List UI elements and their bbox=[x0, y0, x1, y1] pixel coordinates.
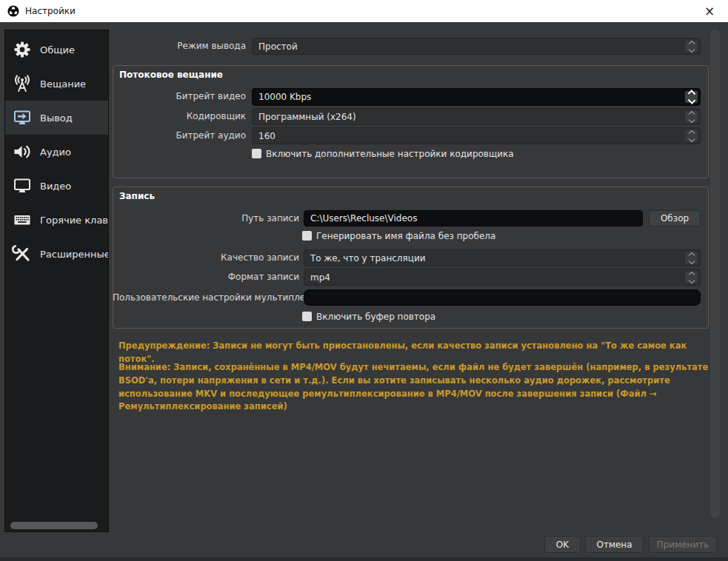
muxer-settings-label: Пользовательские настройки мультиплексор… bbox=[113, 289, 299, 306]
filename-no-space-checkbox-label: Генерировать имя файла без пробела bbox=[316, 231, 495, 241]
recording-format-label: Формат записи bbox=[113, 269, 299, 286]
ok-button[interactable]: OK bbox=[544, 536, 581, 553]
audio-icon bbox=[11, 141, 33, 162]
recording-path-input[interactable]: C:\Users\Recluse\Videos bbox=[304, 210, 643, 226]
spinner-buttons[interactable] bbox=[685, 272, 698, 283]
sidebar-item-label: Вещание bbox=[40, 78, 86, 90]
output-mode-label: Режим вывода bbox=[113, 38, 246, 55]
video-icon bbox=[11, 175, 33, 196]
keyboard-icon bbox=[11, 209, 33, 230]
encoder-value: Программный (x264) bbox=[258, 112, 356, 122]
recording-quality-label: Качество записи bbox=[113, 249, 299, 266]
sidebar-item-stream[interactable]: Вещание bbox=[5, 67, 108, 101]
audio-bitrate-label: Битрейт аудио bbox=[113, 127, 246, 144]
encoder-select[interactable]: Программный (x264) bbox=[252, 108, 701, 125]
sidebar-item-label: Видео bbox=[40, 181, 71, 192]
output-icon bbox=[11, 107, 33, 128]
gear-icon bbox=[11, 39, 33, 60]
output-mode-select[interactable]: Простой bbox=[252, 38, 701, 55]
spinner-buttons[interactable] bbox=[685, 252, 698, 263]
apply-button[interactable]: Применить bbox=[649, 536, 717, 553]
recording-group-title: Запись bbox=[119, 191, 155, 201]
audio-bitrate-value: 160 bbox=[258, 131, 275, 141]
close-icon[interactable]: × bbox=[698, 1, 721, 21]
advanced-encoder-checkbox[interactable] bbox=[252, 149, 261, 158]
video-bitrate-label: Битрейт видео bbox=[113, 88, 246, 105]
vertical-scrollbar[interactable] bbox=[710, 30, 720, 518]
sidebar-item-label: Общие bbox=[40, 44, 75, 56]
sidebar-item-general[interactable]: Общие bbox=[5, 33, 108, 67]
recording-quality-value: То же, что у трансляции bbox=[310, 253, 426, 263]
recording-quality-select[interactable]: То же, что у трансляции bbox=[304, 249, 701, 266]
recording-format-select[interactable]: mp4 bbox=[304, 269, 701, 286]
recording-path-value: C:\Users\Recluse\Videos bbox=[310, 213, 417, 224]
sidebar-item-label: Аудио bbox=[40, 147, 71, 158]
settings-sidebar: Общие Вещание Вывод bbox=[4, 30, 109, 532]
spinner-buttons[interactable] bbox=[685, 91, 698, 103]
advanced-encoder-checkbox-label: Включить дополнительные настройки кодиро… bbox=[266, 149, 514, 159]
spinner-buttons[interactable] bbox=[685, 41, 698, 52]
broadcast-icon bbox=[11, 73, 33, 94]
output-mode-value: Простой bbox=[258, 41, 298, 52]
sidebar-item-label: Вывод bbox=[40, 112, 73, 124]
sidebar-item-label: Расширенные bbox=[40, 249, 108, 260]
audio-bitrate-select[interactable]: 160 bbox=[252, 127, 701, 144]
replay-buffer-checkbox[interactable] bbox=[302, 312, 312, 321]
streaming-group-title: Потоковое вещание bbox=[119, 70, 223, 80]
spinner-buttons[interactable] bbox=[685, 130, 698, 141]
spinner-buttons[interactable] bbox=[685, 111, 698, 122]
sidebar-item-hotkeys[interactable]: Горячие клавиш bbox=[5, 203, 108, 237]
obs-logo-icon bbox=[7, 5, 19, 17]
window-bottom-edge bbox=[0, 557, 728, 561]
recording-format-value: mp4 bbox=[310, 272, 330, 283]
sidebar-item-video[interactable]: Видео bbox=[5, 169, 108, 203]
sidebar-item-advanced[interactable]: Расширенные bbox=[5, 237, 108, 271]
replay-buffer-checkbox-label: Включить буфер повтора bbox=[316, 312, 435, 322]
video-bitrate-value: 10000 Kbps bbox=[258, 92, 311, 102]
muxer-settings-input[interactable] bbox=[304, 289, 701, 306]
tools-icon bbox=[11, 243, 33, 264]
browse-button[interactable]: Обзор bbox=[649, 210, 701, 226]
sidebar-horizontal-scrollbar[interactable] bbox=[10, 522, 98, 529]
mp4-warning-text: Внимание: Записи, сохранённые в MP4/MOV … bbox=[118, 361, 709, 414]
filename-no-space-checkbox[interactable] bbox=[302, 231, 312, 241]
sidebar-item-label: Горячие клавиш bbox=[40, 215, 108, 226]
sidebar-item-output[interactable]: Вывод bbox=[5, 101, 108, 135]
video-bitrate-input[interactable]: 10000 Kbps bbox=[252, 88, 701, 106]
sidebar-item-audio[interactable]: Аудио bbox=[5, 135, 108, 169]
encoder-label: Кодировщик bbox=[113, 108, 246, 125]
cancel-button[interactable]: Отмена bbox=[585, 536, 644, 553]
recording-path-label: Путь записи bbox=[113, 210, 299, 227]
window-title: Настройки bbox=[25, 6, 76, 16]
titlebar: Настройки × bbox=[0, 0, 728, 23]
